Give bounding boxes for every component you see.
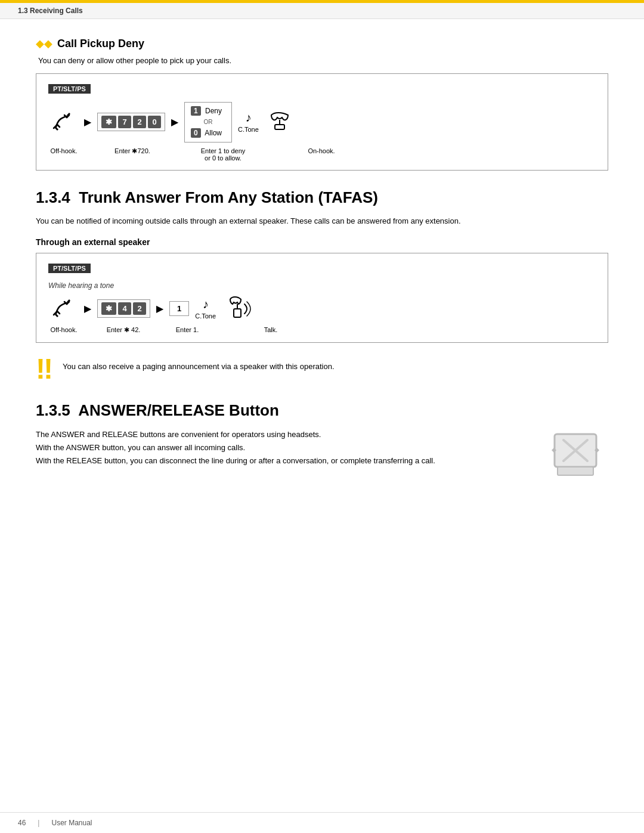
tafas-key-sequence: ✱ 4 2 [97, 299, 150, 318]
svg-rect-9 [558, 467, 593, 475]
label-offhook-1: Off-hook. [48, 147, 79, 154]
call-pickup-deny-diagram: PT/SLT/PS ▶ ✱ 7 2 0 [36, 73, 608, 171]
tafas-label-enter1: Enter 1. [166, 326, 208, 333]
tafas-diagram-row: ▶ ✱ 4 2 ▶ 1 ♪ C.Tone [48, 296, 596, 321]
call-pickup-deny-description: You can deny or allow other people to pi… [38, 56, 608, 65]
answer-release-title-text: ANSWER/RELEASE Button [78, 401, 279, 419]
music-note-icon: ♪ [245, 111, 251, 125]
tafas-key-4: 4 [118, 302, 131, 315]
svg-marker-0 [55, 127, 58, 131]
tafas-chapter-num: 1.3.4 [36, 188, 70, 206]
answer-release-section: 1.3.5 ANSWER/RELEASE Button The ANSWER a… [36, 401, 608, 482]
answer-release-title: 1.3.5 ANSWER/RELEASE Button [36, 401, 608, 420]
tafas-key-1-box: 1 [169, 301, 189, 316]
tafas-description: You can be notified of incoming outside … [36, 215, 608, 228]
key-0-allow: 0 [191, 128, 201, 138]
answer-release-text-block: The ANSWER and RELEASE buttons are conve… [36, 428, 531, 467]
tafas-key-2: 2 [133, 302, 146, 315]
deny-row: 1 Deny [191, 105, 225, 117]
svg-rect-6 [234, 309, 241, 317]
tafas-arrow-2: ▶ [156, 303, 163, 314]
tafas-key-star: ✱ [101, 302, 116, 315]
offhook-phone-icon [48, 110, 78, 134]
answer-release-chapter-num: 1.3.5 [36, 401, 70, 419]
key-1-deny: 1 [191, 106, 201, 116]
or-label: OR [191, 117, 225, 127]
onhook-phone-icon-1 [265, 110, 295, 134]
tafas-label-enterstar42: Enter ✱ 42. [94, 326, 153, 334]
ctone-label-1: C.Tone [238, 126, 259, 133]
answer-release-content: The ANSWER and RELEASE buttons are conve… [36, 428, 608, 482]
svg-rect-2 [275, 125, 284, 129]
deny-label: Deny [205, 107, 222, 115]
key-0: 0 [148, 116, 161, 128]
tafas-section: 1.3.4 Trunk Answer From Any Station (TAF… [36, 188, 608, 383]
answer-release-text2: With the ANSWER button, you can answer a… [36, 441, 531, 454]
tafas-arrow-1: ▶ [84, 303, 91, 314]
footer: 46 | User Manual [0, 812, 644, 833]
diamond-icon: ◆◆ [36, 37, 52, 50]
tafas-diagram: PT/SLT/PS While hearing a tone ▶ [36, 253, 608, 343]
key-7: 7 [118, 116, 131, 128]
key-sequence-720: ✱ 7 2 0 [97, 113, 165, 131]
main-content: ◆◆ Call Pickup Deny You can deny or allo… [0, 19, 644, 500]
call-pickup-deny-heading: ◆◆ Call Pickup Deny [36, 37, 608, 50]
footer-divider: | [38, 819, 39, 827]
tafas-ctone-area: ♪ C.Tone [195, 298, 216, 320]
tafas-title-text: Trunk Answer From Any Station (TAFAS) [79, 188, 378, 206]
arrow-2: ▶ [171, 116, 178, 128]
tafas-music-note: ♪ [203, 298, 209, 311]
tafas-italic-note: While hearing a tone [48, 281, 596, 290]
tafas-talk-icon [222, 296, 258, 321]
header-section-label: 1.3 Receiving Calls [0, 3, 644, 19]
labels-row-1: Off-hook. Enter ✱720. Enter 1 to deny or… [48, 147, 596, 162]
pt-label-1: PT/SLT/PS [48, 84, 91, 94]
note-quote-icon: ‼ [36, 355, 53, 383]
label-enter720: Enter ✱720. [94, 147, 171, 155]
answer-release-text3: With the RELEASE button, you can disconn… [36, 454, 531, 467]
footer-page-num: 46 [18, 819, 26, 827]
svg-marker-4 [55, 314, 58, 317]
tafas-enter-key: 1 [177, 304, 181, 313]
arrow-1: ▶ [84, 116, 91, 128]
tafas-subsection-title: Through an external speaker [36, 237, 608, 247]
footer-label: User Manual [51, 819, 92, 827]
tafas-title: 1.3.4 Trunk Answer From Any Station (TAF… [36, 188, 608, 207]
allow-label: Allow [205, 129, 222, 137]
tafas-note-text: You can also receive a paging announceme… [63, 355, 335, 373]
label-enter1deny: Enter 1 to deny or 0 to allow. [184, 147, 262, 162]
tafas-label-talk: Talk. [250, 326, 292, 333]
ctone-area-1: ♪ C.Tone [238, 111, 259, 133]
answer-release-phone-image [543, 428, 608, 482]
tafas-label-offhook: Off-hook. [48, 326, 79, 333]
label-onhook-1: On-hook. [304, 147, 339, 154]
key-2: 2 [133, 116, 146, 128]
tafas-note-block: ‼ You can also receive a paging announce… [36, 355, 608, 383]
pt-label-2: PT/SLT/PS [48, 264, 91, 273]
deny-allow-box: 1 Deny OR 0 Allow [184, 102, 232, 143]
diagram-row-1: ▶ ✱ 7 2 0 ▶ 1 Deny OR 0 Allow [48, 102, 596, 143]
tafas-labels-row: Off-hook. Enter ✱ 42. Enter 1. Talk. [48, 326, 596, 334]
tafas-ctone-label: C.Tone [195, 312, 216, 320]
allow-row: 0 Allow [191, 127, 225, 139]
answer-release-text1: The ANSWER and RELEASE buttons are conve… [36, 428, 531, 441]
header-section-text: 1.3 Receiving Calls [18, 7, 83, 15]
tafas-offhook-icon [48, 297, 78, 320]
key-star: ✱ [101, 116, 116, 128]
call-pickup-deny-title: Call Pickup Deny [57, 38, 144, 50]
